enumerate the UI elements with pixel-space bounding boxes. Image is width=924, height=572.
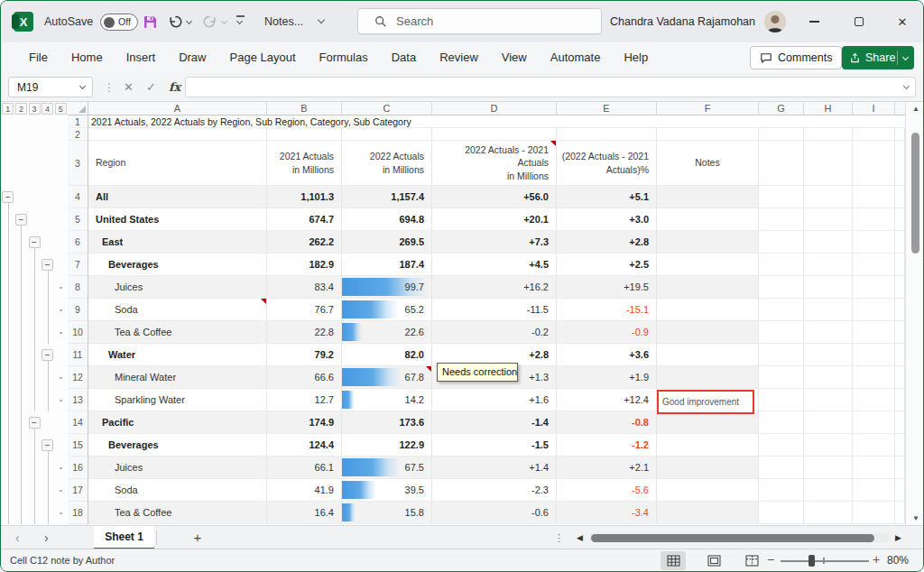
outline-level-3[interactable]: 3 xyxy=(29,103,41,115)
cell-empty[interactable] xyxy=(895,457,905,479)
cell-empty[interactable] xyxy=(895,502,905,524)
cell-2021-15[interactable]: 124.4 xyxy=(267,434,342,457)
cell-H2[interactable] xyxy=(804,128,853,141)
formula-input[interactable] xyxy=(185,77,916,97)
outline-collapse-button[interactable]: − xyxy=(29,236,41,248)
row-header-7[interactable]: 7 xyxy=(68,254,88,276)
cell-2021-6[interactable]: 262.2 xyxy=(267,231,342,254)
cell-region-8[interactable]: Juices xyxy=(88,276,267,299)
cell-notes-17[interactable] xyxy=(657,479,759,502)
tab-home[interactable]: Home xyxy=(60,42,115,73)
cell-empty[interactable] xyxy=(804,208,853,231)
cell-empty[interactable] xyxy=(853,502,895,524)
column-header-A[interactable]: A xyxy=(88,102,267,115)
cell-empty[interactable] xyxy=(895,321,905,344)
cell-diff-16[interactable]: +1.4 xyxy=(432,457,557,479)
tab-formulas[interactable]: Formulas xyxy=(308,42,380,73)
row-header-12[interactable]: 12 xyxy=(68,366,88,389)
cell-diff-7[interactable]: +4.5 xyxy=(432,254,557,276)
vertical-scrollbar-thumb[interactable] xyxy=(911,133,919,254)
cell-pct-13[interactable]: +12.4 xyxy=(557,389,657,411)
cell-2021-8[interactable]: 83.4 xyxy=(267,276,342,299)
cell-G2[interactable] xyxy=(759,128,804,141)
save-icon[interactable] xyxy=(141,13,159,31)
vertical-scrollbar[interactable]: ▲ ▼ xyxy=(905,102,924,525)
tab-view[interactable]: View xyxy=(490,42,539,73)
prev-sheet-icon[interactable]: ‹ xyxy=(15,526,20,549)
row-header-18[interactable]: 18 xyxy=(68,502,88,524)
cell-pct-7[interactable]: +2.5 xyxy=(557,254,657,276)
cell-region-10[interactable]: Tea & Coffee xyxy=(88,321,267,344)
cell-empty[interactable] xyxy=(853,186,895,208)
row-header-5[interactable]: 5 xyxy=(68,208,88,231)
cell-notes-14[interactable] xyxy=(657,411,759,434)
cell-notes-5[interactable] xyxy=(657,208,759,231)
cell-pct-15[interactable]: -1.2 xyxy=(557,434,657,457)
cell-diff-4[interactable]: +56.0 xyxy=(432,186,557,208)
cell-diff-10[interactable]: -0.2 xyxy=(432,321,557,344)
customize-toolbar-icon[interactable] xyxy=(236,15,246,26)
outline-level-2[interactable]: 2 xyxy=(15,103,27,115)
cell-region-11[interactable]: Water xyxy=(88,344,267,366)
cell-empty[interactable] xyxy=(804,389,853,411)
cell-empty[interactable] xyxy=(895,186,905,208)
cell-empty[interactable] xyxy=(759,254,804,276)
cell-empty[interactable] xyxy=(895,276,905,299)
cell-2022-4[interactable]: 1,157.4 xyxy=(342,186,432,208)
cell-empty[interactable] xyxy=(895,479,905,502)
cell-2021-13[interactable]: 12.7 xyxy=(267,389,342,411)
cell-empty[interactable] xyxy=(759,366,804,389)
tab-insert[interactable]: Insert xyxy=(115,42,168,73)
cell-empty[interactable] xyxy=(804,411,853,434)
horizontal-scrollbar[interactable] xyxy=(589,533,891,542)
cell-2021-5[interactable]: 674.7 xyxy=(267,208,342,231)
sheet-tab[interactable]: Sheet 1 xyxy=(94,526,154,549)
avatar[interactable] xyxy=(764,11,786,32)
cell-empty[interactable] xyxy=(804,186,853,208)
row-header-16[interactable]: 16 xyxy=(68,457,88,479)
comments-button[interactable]: Comments xyxy=(750,46,842,69)
cell-region-9[interactable]: Soda xyxy=(88,299,267,321)
sheet-title-cell[interactable]: 2021 Actuals, 2022 Actuals by Region, Su… xyxy=(88,115,905,128)
cell-empty[interactable] xyxy=(895,254,905,276)
cell-notes-9[interactable] xyxy=(657,299,759,321)
next-sheet-icon[interactable]: › xyxy=(44,526,49,549)
row-header-14[interactable]: 14 xyxy=(68,411,88,434)
cell-diff-9[interactable]: -11.5 xyxy=(432,299,557,321)
page-break-preview-icon[interactable] xyxy=(739,551,764,570)
cell-2022-18[interactable]: 15.8 xyxy=(342,502,432,524)
cell-empty[interactable] xyxy=(853,231,895,254)
cell-x2[interactable] xyxy=(895,128,905,141)
notes-chevron-icon[interactable] xyxy=(318,16,325,23)
cell-notes-10[interactable] xyxy=(657,321,759,344)
cell-I2[interactable] xyxy=(853,128,895,141)
cell-pct-12[interactable]: +1.9 xyxy=(557,366,657,389)
cell-empty[interactable] xyxy=(804,366,853,389)
name-box-dropdown-icon[interactable] xyxy=(79,83,86,89)
cell-empty[interactable] xyxy=(759,411,804,434)
cell-notes-4[interactable] xyxy=(657,186,759,208)
cell-empty[interactable] xyxy=(895,411,905,434)
cell-empty[interactable] xyxy=(895,299,905,321)
cell-empty[interactable] xyxy=(759,479,804,502)
cell-empty[interactable] xyxy=(804,299,853,321)
tab-help[interactable]: Help xyxy=(612,42,660,73)
share-button[interactable]: Share xyxy=(842,46,914,69)
cell-notes-18[interactable] xyxy=(657,502,759,524)
formula-bar-expand-icon[interactable] xyxy=(903,83,910,89)
cell-empty[interactable] xyxy=(895,389,905,411)
cell-2021-9[interactable]: 76.7 xyxy=(267,299,342,321)
cell-pct-16[interactable]: +2.1 xyxy=(557,457,657,479)
tab-page-layout[interactable]: Page Layout xyxy=(218,42,308,73)
cell-empty[interactable] xyxy=(804,434,853,457)
cell-pct-14[interactable]: -0.8 xyxy=(557,411,657,434)
zoom-slider[interactable] xyxy=(781,560,869,562)
cell-2021-7[interactable]: 182.9 xyxy=(267,254,342,276)
cell-2022-16[interactable]: 67.5 xyxy=(342,457,432,479)
cell-empty[interactable] xyxy=(853,254,895,276)
header-notes[interactable]: Notes xyxy=(657,141,759,186)
column-header-I[interactable]: I xyxy=(853,102,895,115)
user-name[interactable]: Chandra Vadana Rajamohan xyxy=(610,1,755,42)
row-header-17[interactable]: 17 xyxy=(68,479,88,502)
row-header-2[interactable]: 2 xyxy=(68,128,88,141)
